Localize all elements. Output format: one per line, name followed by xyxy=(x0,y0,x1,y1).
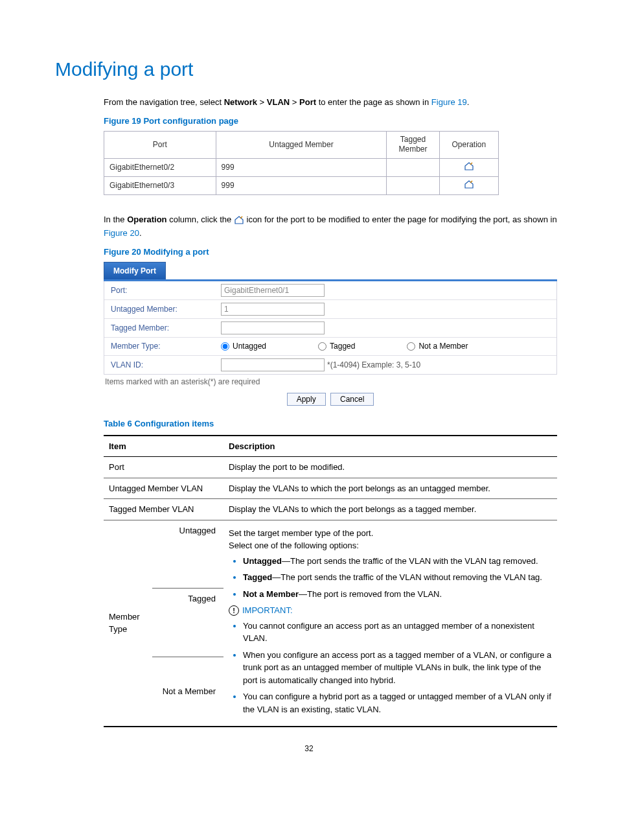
col-tagged[interactable]: Tagged Member xyxy=(387,131,439,158)
text: . xyxy=(139,228,142,238)
apply-button[interactable]: Apply xyxy=(287,393,326,406)
cell-item: Port xyxy=(104,457,223,478)
required-note: Items marked with an asterisk(*) are req… xyxy=(104,375,557,389)
list-item: You cannot configure an access port as a… xyxy=(243,620,552,645)
text: to enter the page as shown in xyxy=(316,97,431,107)
page-number: 32 xyxy=(55,744,563,753)
option-list: Untagged—The port sends the traffic of t… xyxy=(243,555,552,601)
radio-label: Untagged xyxy=(233,342,266,351)
cell-port: GigabitEthernet0/3 xyxy=(104,176,216,194)
breadcrumb-port: Port xyxy=(299,97,316,107)
list-item: Tagged—The port sends the traffic of the… xyxy=(243,571,552,584)
port-config-table: Port Untagged Member Tagged Member Opera… xyxy=(104,131,499,195)
tagged-input[interactable] xyxy=(221,321,325,334)
cell-untagged: 999 xyxy=(216,176,387,194)
vlanid-input[interactable] xyxy=(221,358,325,371)
table-row: Tagged Member VLAN Display the VLANs to … xyxy=(104,499,557,520)
figure20-caption: Figure 20 Modifying a port xyxy=(104,247,563,257)
important-icon: ! xyxy=(229,605,239,616)
col-item: Item xyxy=(104,436,223,457)
col-operation: Operation xyxy=(439,131,498,158)
breadcrumb-network: Network xyxy=(224,97,257,107)
cell-member-type: Member Type xyxy=(104,520,152,727)
text: icon for the port to be modified to ente… xyxy=(247,215,557,224)
vlanid-hint: *(1-4094) Example: 3, 5-10 xyxy=(327,360,420,369)
untagged-input[interactable] xyxy=(221,303,325,316)
text: Select one of the following options: xyxy=(229,539,552,552)
link-figure20[interactable]: Figure 20 xyxy=(104,228,139,238)
text: column, click the xyxy=(167,215,234,224)
modify-port-panel: Modify Port Port: Untagged Member: Tagge… xyxy=(104,262,557,408)
text: > xyxy=(290,97,299,107)
radio-label: Tagged xyxy=(330,342,355,351)
edit-icon xyxy=(234,216,244,225)
col-port[interactable]: Port xyxy=(104,131,216,158)
cell-sub-untagged: Untagged xyxy=(152,520,223,589)
cell-desc: Display the VLANs to which the port belo… xyxy=(223,478,557,499)
edit-icon[interactable] xyxy=(464,180,474,189)
intro-paragraph: From the navigation tree, select Network… xyxy=(104,96,563,110)
edit-icon[interactable] xyxy=(464,162,474,171)
port-input[interactable] xyxy=(221,284,325,297)
radio-untagged[interactable]: Untagged xyxy=(221,342,266,351)
page-title: Modifying a port xyxy=(55,58,563,80)
col-untagged[interactable]: Untagged Member xyxy=(216,131,387,158)
radio-label: Not a Member xyxy=(418,342,468,351)
text: From the navigation tree, select xyxy=(104,97,224,107)
table-row: GigabitEthernet0/3 999 xyxy=(104,176,499,194)
table-row: Port Display the port to be modified. xyxy=(104,457,557,478)
cell-operation xyxy=(439,176,498,194)
important-list: You cannot configure an access port as a… xyxy=(243,620,552,716)
cell-tagged xyxy=(387,158,439,176)
config-items-table: Item Description Port Display the port t… xyxy=(104,435,557,728)
cancel-button[interactable]: Cancel xyxy=(330,393,374,406)
operation-paragraph: In the Operation column, click the icon … xyxy=(104,213,563,240)
list-item: Not a Member—The port is removed from th… xyxy=(243,588,552,601)
cell-untagged: 999 xyxy=(216,158,387,176)
text-bold: Operation xyxy=(127,215,166,224)
cell-item: Tagged Member VLAN xyxy=(104,499,223,520)
cell-item: Untagged Member VLAN xyxy=(104,478,223,499)
text: Set the target member type of the port. xyxy=(229,527,552,540)
list-item: You can configure a hybrid port as a tag… xyxy=(243,690,552,716)
text: > xyxy=(257,97,267,107)
text: . xyxy=(467,97,470,107)
breadcrumb-vlan: VLAN xyxy=(267,97,290,107)
label-member-type: Member Type: xyxy=(111,342,221,351)
label-vlanid: VLAN ID: xyxy=(111,360,221,369)
cell-desc: Display the port to be modified. xyxy=(223,457,557,478)
table-row-member-type: Member Type Untagged Set the target memb… xyxy=(104,520,557,589)
cell-desc: Display the VLANs to which the port belo… xyxy=(223,499,557,520)
label-tagged: Tagged Member: xyxy=(111,323,221,332)
cell-tagged xyxy=(387,176,439,194)
important-heading: ! IMPORTANT: xyxy=(229,604,552,617)
table-row: GigabitEthernet0/2 999 xyxy=(104,158,499,176)
table6-caption: Table 6 Configuration items xyxy=(104,419,563,428)
link-figure19[interactable]: Figure 19 xyxy=(431,97,467,107)
figure19-caption: Figure 19 Port configuration page xyxy=(104,116,563,126)
label-port: Port: xyxy=(111,286,221,295)
cell-port: GigabitEthernet0/2 xyxy=(104,158,216,176)
radio-tagged[interactable]: Tagged xyxy=(318,342,355,351)
list-item: When you configure an access port as a t… xyxy=(243,649,552,687)
cell-sub-not-member: Not a Member xyxy=(152,657,223,727)
label-untagged: Untagged Member: xyxy=(111,305,221,314)
table-row: Untagged Member VLAN Display the VLANs t… xyxy=(104,478,557,499)
important-label: IMPORTANT: xyxy=(242,604,293,617)
text: In the xyxy=(104,215,127,224)
radio-not-member[interactable]: Not a Member xyxy=(407,342,468,351)
cell-member-desc: Set the target member type of the port. … xyxy=(223,520,557,727)
modify-port-tab[interactable]: Modify Port xyxy=(104,262,166,279)
list-item: Untagged—The port sends the traffic of t… xyxy=(243,555,552,568)
cell-operation xyxy=(439,158,498,176)
col-description: Description xyxy=(223,436,557,457)
cell-sub-tagged: Tagged xyxy=(152,589,223,657)
